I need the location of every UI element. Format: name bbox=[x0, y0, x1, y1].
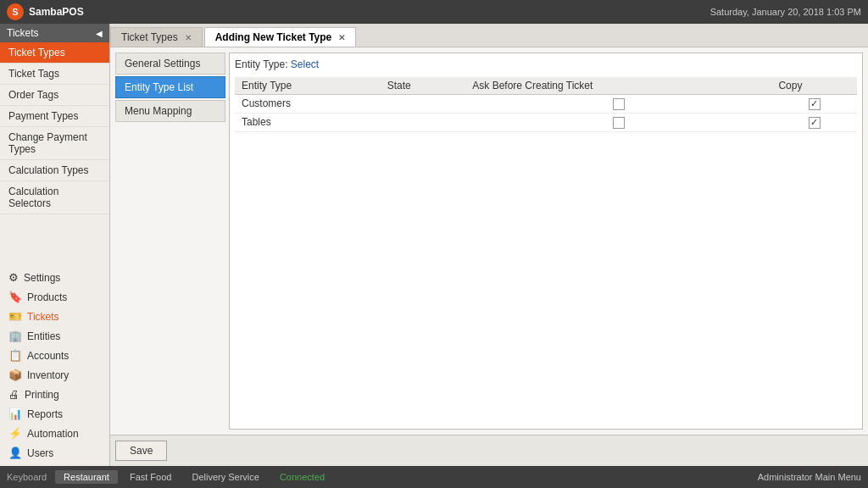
nav-label-accounts: Accounts bbox=[27, 350, 69, 362]
app-name: SambaPOS bbox=[29, 6, 84, 18]
nav-label-entities: Entities bbox=[27, 330, 60, 342]
col-entity-type: Entity Type bbox=[235, 77, 381, 95]
nav-label-settings: Settings bbox=[24, 272, 60, 284]
state-tables bbox=[381, 113, 466, 131]
entity-select-bar: Entity Type: Select bbox=[235, 58, 857, 70]
sidebar-menu-item-ticket-types[interactable]: Ticket Types bbox=[0, 42, 109, 64]
gear-icon: ⚙ bbox=[8, 271, 19, 284]
status-tab-connected: Connected bbox=[271, 470, 333, 484]
sidebar-title: Tickets bbox=[7, 27, 39, 39]
app-logo: S SambaPOS bbox=[7, 3, 84, 20]
logo-icon: S bbox=[7, 3, 24, 20]
nav-item-accounts[interactable]: 📋 Accounts bbox=[0, 346, 109, 365]
tab-adding-close[interactable]: ✕ bbox=[338, 33, 345, 42]
sidebar-menu-item-calculation-selectors[interactable]: Calculation Selectors bbox=[0, 181, 109, 214]
copy-tables-checkbox[interactable] bbox=[809, 117, 821, 129]
table-row: Tables bbox=[235, 113, 857, 131]
table-row: Customers bbox=[235, 95, 857, 114]
entity-select-link[interactable]: Select bbox=[291, 58, 319, 70]
users-icon: 👤 bbox=[8, 446, 22, 459]
ask-before-customers-checkbox[interactable] bbox=[613, 98, 625, 110]
automation-icon: ⚡ bbox=[8, 427, 22, 440]
ask-before-tables-cell bbox=[465, 113, 771, 131]
save-bar: Save bbox=[110, 435, 868, 466]
sidebar-menu-item-calculation-types[interactable]: Calculation Types bbox=[0, 160, 109, 181]
reports-icon: 📊 bbox=[8, 408, 22, 420]
nav-item-products[interactable]: 🔖 Products bbox=[0, 287, 109, 307]
main-layout: Tickets ◀ Ticket Types Ticket Tags Order… bbox=[0, 24, 868, 466]
nav-item-printing[interactable]: 🖨 Printing bbox=[0, 385, 109, 404]
entities-icon: 🏢 bbox=[8, 330, 22, 342]
status-tab-delivery[interactable]: Delivery Service bbox=[183, 470, 267, 484]
status-left: Keyboard Restaurant Fast Food Delivery S… bbox=[7, 470, 333, 484]
entity-panel: Entity Type: Select Entity Type State As… bbox=[229, 53, 863, 430]
general-settings-btn[interactable]: General Settings bbox=[115, 53, 225, 75]
save-button[interactable]: Save bbox=[115, 441, 167, 461]
nav-label-inventory: Inventory bbox=[27, 369, 69, 381]
ask-before-tables-checkbox[interactable] bbox=[613, 117, 625, 129]
ask-before-customers-cell bbox=[465, 95, 771, 114]
nav-item-inventory[interactable]: 📦 Inventory bbox=[0, 365, 109, 385]
status-tab-restaurant[interactable]: Restaurant bbox=[55, 470, 118, 484]
tab-ticket-types-label: Ticket Types bbox=[121, 31, 178, 43]
nav-item-automation[interactable]: ⚡ Automation bbox=[0, 424, 109, 443]
nav-item-reports[interactable]: 📊 Reports bbox=[0, 404, 109, 424]
state-customers bbox=[381, 95, 466, 114]
bottom-nav: ⚙ Settings 🔖 Products 🎫 Tickets 🏢 Entiti… bbox=[0, 214, 109, 466]
sidebar-header: Tickets ◀ bbox=[0, 24, 109, 42]
tab-ticket-types[interactable]: Ticket Types ✕ bbox=[110, 27, 203, 47]
tickets-icon: 🎫 bbox=[8, 310, 22, 323]
left-sidebar: Tickets ◀ Ticket Types Ticket Tags Order… bbox=[0, 24, 110, 466]
content-area: Ticket Types ✕ Adding New Ticket Type ✕ … bbox=[110, 24, 868, 466]
printing-icon: 🖨 bbox=[8, 388, 19, 401]
nav-item-settings[interactable]: ⚙ Settings bbox=[0, 268, 109, 287]
sidebar-menu-item-order-tags[interactable]: Order Tags bbox=[0, 85, 109, 106]
nav-label-products: Products bbox=[27, 291, 67, 303]
nav-label-printing: Printing bbox=[25, 389, 59, 401]
nav-item-entities[interactable]: 🏢 Entities bbox=[0, 326, 109, 346]
inventory-icon: 📦 bbox=[8, 369, 22, 381]
tab-bar: Ticket Types ✕ Adding New Ticket Type ✕ bbox=[110, 24, 868, 47]
sidebar-menu-item-ticket-tags[interactable]: Ticket Tags bbox=[0, 64, 109, 85]
nav-label-users: Users bbox=[27, 447, 53, 459]
sidebar-menu-item-change-payment[interactable]: Change Payment Types bbox=[0, 127, 109, 160]
copy-customers-checkbox[interactable] bbox=[809, 98, 821, 110]
products-icon: 🔖 bbox=[8, 291, 22, 303]
copy-customers-cell bbox=[771, 95, 857, 114]
entity-type-list-btn[interactable]: Entity Type List bbox=[115, 76, 225, 98]
keyboard-label: Keyboard bbox=[7, 472, 47, 482]
nav-label-reports: Reports bbox=[27, 408, 63, 420]
sidebar-menu-item-payment-types[interactable]: Payment Types bbox=[0, 106, 109, 127]
menu-mapping-btn[interactable]: Menu Mapping bbox=[115, 100, 225, 122]
nav-item-tickets[interactable]: 🎫 Tickets bbox=[0, 307, 109, 326]
settings-panel: General Settings Entity Type List Menu M… bbox=[115, 53, 225, 430]
accounts-icon: 📋 bbox=[8, 349, 22, 362]
tab-ticket-types-close[interactable]: ✕ bbox=[185, 33, 192, 42]
col-state: State bbox=[381, 77, 466, 95]
datetime: Saturday, January 20, 2018 1:03 PM bbox=[710, 7, 861, 17]
entity-type-tables: Tables bbox=[235, 113, 381, 131]
collapse-icon[interactable]: ◀ bbox=[96, 29, 103, 38]
status-tab-fast-food[interactable]: Fast Food bbox=[121, 470, 181, 484]
nav-label-automation: Automation bbox=[27, 428, 79, 440]
inner-content: General Settings Entity Type List Menu M… bbox=[110, 47, 868, 435]
entity-type-label: Entity Type: bbox=[235, 58, 291, 70]
col-ask-before: Ask Before Creating Ticket bbox=[465, 77, 771, 95]
nav-label-tickets: Tickets bbox=[27, 311, 59, 323]
tab-adding-label: Adding New Ticket Type bbox=[215, 31, 332, 43]
copy-tables-cell bbox=[771, 113, 857, 131]
status-right: Administrator Main Menu bbox=[758, 472, 861, 482]
entity-type-customers: Customers bbox=[235, 95, 381, 114]
entity-table: Entity Type State Ask Before Creating Ti… bbox=[235, 77, 857, 132]
top-bar: S SambaPOS Saturday, January 20, 2018 1:… bbox=[0, 0, 868, 24]
nav-item-users[interactable]: 👤 Users bbox=[0, 443, 109, 463]
status-bar: Keyboard Restaurant Fast Food Delivery S… bbox=[0, 466, 868, 488]
tab-adding-new-ticket-type[interactable]: Adding New Ticket Type ✕ bbox=[204, 27, 357, 47]
col-copy: Copy bbox=[771, 77, 857, 95]
